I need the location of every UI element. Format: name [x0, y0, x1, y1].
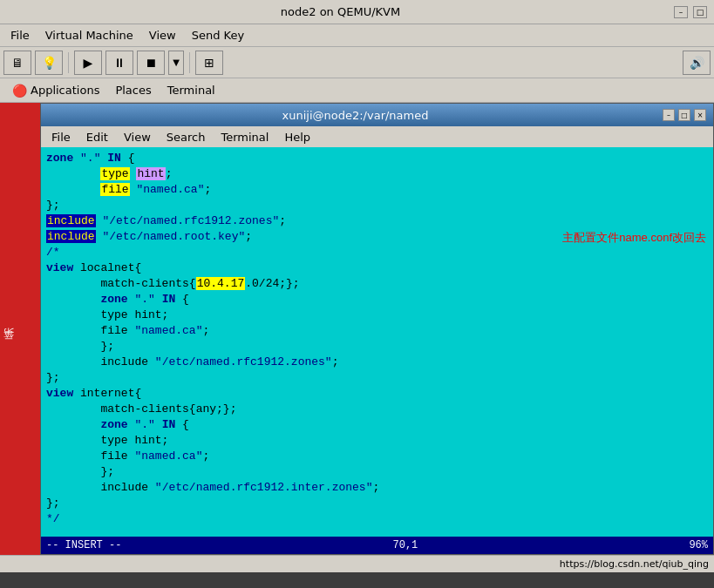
code-line-17: match-clients{any;}; [46, 402, 708, 417]
app-places[interactable]: Places [108, 82, 158, 98]
toolbar-separator-2 [189, 52, 190, 73]
app-applications[interactable]: 🔴 Applications [5, 82, 106, 99]
app-bar: 🔴 Applications Places Terminal [0, 78, 714, 103]
toolbar-screen-btn[interactable]: 🖥 [3, 51, 31, 75]
window-controls: – □ [674, 6, 707, 18]
code-line-2: type hint; [46, 166, 708, 182]
menu-virtual-machine[interactable]: Virtual Machine [38, 27, 140, 44]
terminal-title: xuniji@node2:/var/named [48, 109, 663, 122]
toolbar-stop-btn[interactable]: ⏹ [137, 51, 165, 75]
code-line-14: include "/etc/named.rfc1912.zones"; [46, 355, 708, 370]
code-line-9: match-clients{10.4.17.0/24;}; [46, 276, 708, 292]
code-line-22: include "/etc/named.rfc1912.inter.zones"… [46, 480, 708, 496]
code-line-16: view internet{ [46, 386, 708, 402]
terminal-menu-edit[interactable]: Edit [79, 130, 115, 145]
code-line-4: }; [46, 198, 708, 213]
toolbar: 🖥 💡 ▶ ⏸ ⏹ ▼ ⊞ 🔊 [0, 47, 714, 78]
terminal-statusbar: -- INSERT -- 70,1 96% [41, 537, 713, 554]
toolbar-pause-btn[interactable]: ⏸ [105, 51, 133, 75]
code-line-21: }; [46, 464, 708, 480]
scroll-percent: 96% [689, 539, 708, 551]
annotation-text: 主配置文件name.conf改回去 [562, 230, 706, 246]
main-area: 第二 xuniji@node2:/var/named – □ × File Ed… [0, 103, 714, 555]
applications-label: Applications [31, 84, 99, 97]
code-line-23: }; [46, 496, 708, 511]
code-line-7: /* [46, 245, 708, 260]
menu-send-key[interactable]: Send Key [185, 27, 251, 44]
code-line-24: */ [46, 511, 708, 527]
applications-icon: 🔴 [12, 84, 27, 98]
window-title: node2 on QEMU/KVM [7, 5, 674, 18]
app-terminal[interactable]: Terminal [160, 82, 222, 98]
minimize-button[interactable]: – [674, 6, 688, 18]
toolbar-config-btn[interactable]: 🔊 [683, 51, 711, 75]
code-line-3: file "named.ca"; [46, 182, 708, 198]
code-line-19: type hint; [46, 433, 708, 449]
main-statusbar: https://blog.csdn.net/qiub_qing [0, 555, 714, 572]
terminal-menu-view[interactable]: View [117, 130, 158, 145]
outer-menubar: File Virtual Machine View Send Key [0, 24, 714, 47]
insert-mode-label: -- INSERT -- [46, 539, 121, 551]
terminal-close-btn[interactable]: × [694, 109, 706, 121]
terminal-window: xuniji@node2:/var/named – □ × File Edit … [40, 103, 714, 555]
terminal-minimize-btn[interactable]: – [663, 109, 675, 121]
places-label: Places [115, 84, 151, 97]
toolbar-right-area: 🔊 [683, 51, 711, 75]
toolbar-snap-btn[interactable]: ⊞ [195, 51, 223, 75]
code-line-15: }; [46, 370, 708, 386]
menu-file[interactable]: File [3, 27, 37, 44]
code-line-5: include "/etc/named.rfc1912.zones"; [46, 213, 708, 229]
menu-view[interactable]: View [142, 27, 183, 44]
terminal-win-buttons: – □ × [663, 109, 706, 121]
code-line-11: type hint; [46, 308, 708, 323]
terminal-maximize-btn[interactable]: □ [678, 109, 690, 121]
terminal-menu-terminal[interactable]: Terminal [214, 130, 275, 145]
code-line-1: zone "." IN { [46, 151, 708, 166]
toolbar-separator-1 [68, 52, 69, 73]
code-line-12: file "named.ca"; [46, 323, 708, 339]
code-line-8: view localnet{ [46, 260, 708, 276]
code-line-18: zone "." IN { [46, 417, 708, 433]
terminal-menubar: File Edit View Search Terminal Help [41, 126, 713, 147]
maximize-button[interactable]: □ [693, 6, 707, 18]
terminal-content[interactable]: zone "." IN { type hint; file "named.ca"… [41, 147, 713, 537]
toolbar-play-btn[interactable]: ▶ [74, 51, 102, 75]
code-line-13: }; [46, 339, 708, 355]
status-url: https://blog.csdn.net/qiub_qing [560, 558, 709, 570]
toolbar-dropdown-btn[interactable]: ▼ [168, 51, 184, 75]
toolbar-bulb-btn[interactable]: 💡 [35, 51, 63, 75]
cursor-position: 70,1 [393, 539, 418, 551]
code-line-20: file "named.ca"; [46, 449, 708, 464]
terminal-titlebar: xuniji@node2:/var/named – □ × [41, 104, 713, 126]
terminal-menu-help[interactable]: Help [277, 130, 317, 145]
terminal-menu-file[interactable]: File [44, 130, 78, 145]
terminal-menu-search[interactable]: Search [160, 130, 213, 145]
main-titlebar: node2 on QEMU/KVM – □ [0, 0, 714, 24]
terminal-label: Terminal [167, 84, 215, 97]
code-line-10: zone "." IN { [46, 292, 708, 308]
left-sidebar: 第二 [0, 103, 40, 555]
